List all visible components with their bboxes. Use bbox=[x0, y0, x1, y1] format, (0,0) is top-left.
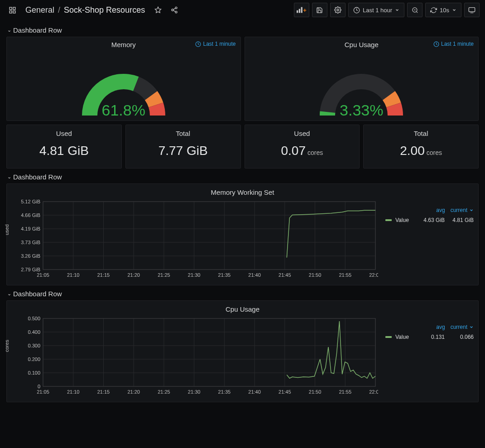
svg-text:21:05: 21:05 bbox=[37, 389, 49, 395]
panel-memory-chart[interactable]: Memory Working Set used 2.79 GiB3.26 GiB… bbox=[6, 183, 479, 285]
legend-swatch bbox=[385, 219, 392, 221]
timerange-picker[interactable]: Last 1 hour bbox=[348, 3, 404, 17]
stat-title: Total bbox=[126, 125, 240, 144]
svg-marker-4 bbox=[155, 7, 161, 13]
legend-series[interactable]: Value 0.131 0.066 bbox=[385, 333, 474, 341]
svg-text:21:45: 21:45 bbox=[279, 389, 291, 395]
y-axis-label: cores bbox=[4, 340, 10, 352]
svg-text:3.73 GiB: 3.73 GiB bbox=[21, 240, 40, 245]
svg-rect-10 bbox=[297, 10, 298, 13]
stat-value: 7.77 GiB bbox=[126, 144, 240, 168]
svg-rect-12 bbox=[301, 7, 303, 13]
panel-cpu-chart[interactable]: Cpu Usage cores 00.1000.2000.3000.4000.5… bbox=[6, 300, 479, 402]
refresh-picker[interactable]: 10s bbox=[425, 3, 461, 17]
clock-icon bbox=[195, 41, 201, 47]
panel-mem-used[interactable]: Used 4.81 GiB bbox=[6, 125, 122, 169]
chevron-down-icon: ⌄ bbox=[7, 27, 11, 33]
panel-cpu-gauge[interactable]: Cpu Usage Last 1 minute 3.33% bbox=[245, 37, 479, 121]
page-title[interactable]: Sock-Shop Resources bbox=[64, 5, 145, 15]
svg-text:22:00: 22:00 bbox=[369, 389, 378, 395]
legend-col-avg[interactable]: avg bbox=[436, 324, 445, 330]
chart-plot[interactable]: used 2.79 GiB3.26 GiB3.73 GiB4.19 GiB4.6… bbox=[11, 199, 383, 280]
chevron-down-icon: ⌄ bbox=[7, 174, 11, 180]
save-button[interactable] bbox=[312, 3, 327, 17]
add-panel-button[interactable]: + bbox=[294, 3, 309, 17]
svg-rect-11 bbox=[299, 9, 300, 13]
svg-text:21:10: 21:10 bbox=[67, 272, 80, 278]
panel-memory-gauge[interactable]: Memory Last 1 minute 61.8% bbox=[6, 37, 241, 121]
svg-text:21:40: 21:40 bbox=[248, 272, 261, 278]
panel-cpu-total[interactable]: Total 2.00cores bbox=[363, 125, 479, 169]
legend-col-current[interactable]: current bbox=[451, 207, 474, 213]
star-icon[interactable] bbox=[151, 3, 165, 17]
chart-title: Cpu Usage bbox=[11, 303, 474, 316]
breadcrumb-folder[interactable]: General bbox=[25, 5, 54, 15]
zoom-out-button[interactable] bbox=[407, 3, 423, 17]
chevron-down-icon bbox=[469, 208, 474, 212]
svg-text:21:50: 21:50 bbox=[309, 272, 322, 278]
gauge-value: 3.33% bbox=[307, 101, 416, 119]
svg-rect-2 bbox=[10, 10, 12, 13]
svg-text:21:25: 21:25 bbox=[158, 389, 170, 395]
stat-value: 4.81 GiB bbox=[7, 144, 121, 168]
chart-legend[interactable]: avg current Value 0.131 0.066 bbox=[385, 316, 474, 397]
stat-title: Used bbox=[245, 125, 360, 144]
breadcrumb-sep: / bbox=[58, 5, 60, 15]
svg-rect-1 bbox=[13, 7, 15, 10]
gauge-value: 61.8% bbox=[69, 101, 178, 119]
svg-text:21:55: 21:55 bbox=[339, 272, 352, 278]
chart-plot[interactable]: cores 00.1000.2000.3000.4000.50021:0521:… bbox=[11, 316, 383, 397]
legend-col-avg[interactable]: avg bbox=[436, 207, 445, 213]
breadcrumb[interactable]: General / Sock-Shop Resources bbox=[22, 4, 149, 17]
svg-text:21:10: 21:10 bbox=[67, 389, 80, 395]
svg-text:21:05: 21:05 bbox=[37, 272, 49, 278]
chevron-down-icon bbox=[395, 8, 399, 12]
svg-text:2.79 GiB: 2.79 GiB bbox=[21, 267, 40, 272]
svg-text:21:50: 21:50 bbox=[309, 389, 322, 395]
svg-rect-18 bbox=[469, 8, 475, 12]
svg-text:21:30: 21:30 bbox=[188, 272, 201, 278]
dashboard-grid-icon[interactable] bbox=[5, 3, 19, 17]
svg-text:0.100: 0.100 bbox=[28, 370, 40, 376]
svg-text:21:30: 21:30 bbox=[188, 389, 201, 395]
legend-col-current[interactable]: current bbox=[451, 324, 474, 330]
refresh-label: 10s bbox=[440, 7, 449, 14]
svg-line-9 bbox=[173, 8, 176, 10]
panel-mem-total[interactable]: Total 7.77 GiB bbox=[125, 125, 241, 169]
legend-series[interactable]: Value 4.63 GiB 4.81 GiB bbox=[385, 216, 474, 224]
svg-text:21:15: 21:15 bbox=[97, 389, 110, 395]
svg-text:0.500: 0.500 bbox=[28, 316, 40, 321]
svg-text:21:40: 21:40 bbox=[248, 389, 261, 395]
svg-point-7 bbox=[175, 11, 177, 13]
clock-icon bbox=[433, 41, 439, 47]
svg-text:21:55: 21:55 bbox=[339, 389, 352, 395]
svg-text:4.66 GiB: 4.66 GiB bbox=[21, 212, 40, 218]
panel-cpu-used[interactable]: Used 0.07cores bbox=[245, 125, 360, 169]
legend-avg: 4.63 GiB bbox=[419, 217, 445, 223]
row-header[interactable]: ⌄ Dashboard Row bbox=[6, 285, 479, 300]
view-mode-button[interactable] bbox=[464, 3, 480, 17]
legend-label: Value bbox=[395, 217, 416, 223]
row-header[interactable]: ⌄ Dashboard Row bbox=[6, 22, 479, 37]
svg-text:4.19 GiB: 4.19 GiB bbox=[21, 226, 40, 231]
svg-text:0: 0 bbox=[38, 384, 40, 389]
row-header[interactable]: ⌄ Dashboard Row bbox=[6, 169, 479, 183]
row-title: Dashboard Row bbox=[13, 26, 62, 34]
svg-text:21:25: 21:25 bbox=[158, 272, 170, 278]
svg-text:21:20: 21:20 bbox=[127, 389, 140, 395]
svg-text:21:35: 21:35 bbox=[218, 272, 231, 278]
share-icon[interactable] bbox=[168, 3, 181, 17]
settings-button[interactable] bbox=[330, 3, 346, 17]
svg-text:21:15: 21:15 bbox=[97, 272, 110, 278]
svg-text:21:20: 21:20 bbox=[127, 272, 140, 278]
svg-rect-3 bbox=[13, 10, 15, 13]
stat-title: Total bbox=[364, 125, 478, 144]
svg-text:0.400: 0.400 bbox=[28, 329, 40, 335]
legend-swatch bbox=[385, 336, 392, 338]
chevron-down-icon bbox=[469, 325, 474, 329]
svg-rect-58 bbox=[43, 202, 375, 270]
chevron-down-icon bbox=[452, 8, 456, 12]
legend-label: Value bbox=[395, 334, 416, 340]
legend-current: 0.066 bbox=[448, 334, 474, 340]
chart-legend[interactable]: avg current Value 4.63 GiB 4.81 GiB bbox=[385, 199, 474, 280]
